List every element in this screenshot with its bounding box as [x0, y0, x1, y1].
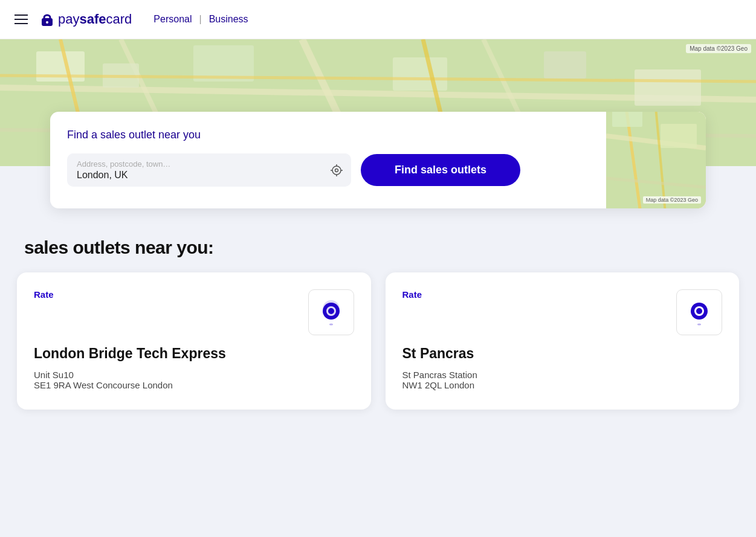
- outlet-2-address-line1: St Pancras Station: [402, 370, 723, 380]
- map-peek-attribution: Map data ©2023 Geo: [643, 196, 701, 204]
- svg-rect-2: [46, 21, 48, 24]
- outlet-card-2: Rate St Pancras St Pancras Station NW1 2…: [386, 272, 740, 410]
- main-nav: Personal | Business: [149, 14, 253, 25]
- nav-personal[interactable]: Personal: [149, 14, 196, 25]
- outlet-cards: Rate London Bridge Tech Express: [0, 272, 756, 434]
- outlet-2-address: St Pancras Station NW1 2QL London: [402, 370, 723, 390]
- card-1-icon-box: [308, 289, 354, 335]
- card-2-top: Rate: [402, 289, 723, 335]
- outlet-1-name: London Bridge Tech Express: [34, 345, 354, 362]
- location-button[interactable]: [329, 163, 344, 178]
- logo-text: paysafecard: [58, 11, 132, 27]
- svg-rect-22: [612, 112, 642, 127]
- crosshair-icon: [329, 163, 344, 178]
- card-1-rate: Rate: [34, 289, 54, 300]
- outlet-2-name: St Pancras: [402, 345, 723, 362]
- results-section: sales outlets near you:: [0, 208, 756, 272]
- svg-rect-13: [544, 51, 586, 79]
- svg-point-37: [696, 308, 702, 314]
- svg-point-34: [329, 324, 333, 326]
- card-1-top: Rate: [34, 289, 354, 335]
- svg-point-25: [332, 166, 341, 175]
- logo[interactable]: paysafecard: [39, 11, 132, 28]
- outlet-1-address: Unit Su10 SE1 9RA West Concourse London: [34, 370, 354, 390]
- svg-rect-1: [44, 15, 50, 20]
- outlet-2-address-line2: NW1 2QL London: [402, 380, 723, 390]
- search-input-container[interactable]: Address, postcode, town… London, UK: [67, 153, 351, 187]
- outlet-pin-icon-2: [686, 299, 712, 326]
- map-peek: Map data ©2023 Geo: [606, 112, 706, 208]
- find-label: Find a sales outlet near you: [67, 129, 687, 141]
- search-row: Address, postcode, town… London, UK: [67, 153, 611, 187]
- logo-icon: [39, 11, 56, 28]
- nav-business[interactable]: Business: [204, 14, 253, 25]
- search-value: London, UK: [77, 170, 322, 181]
- svg-point-26: [335, 169, 338, 172]
- svg-rect-12: [393, 57, 447, 91]
- outlet-1-address-line1: Unit Su10: [34, 370, 354, 380]
- search-placeholder: Address, postcode, town…: [77, 159, 322, 169]
- card-2-icon-box: [676, 289, 722, 335]
- search-panel: Map data ©2023 Geo Find a sales outlet n…: [50, 112, 706, 208]
- search-input-wrapper: Address, postcode, town… London, UK: [67, 153, 351, 187]
- outlet-1-address-line2: SE1 9RA West Concourse London: [34, 380, 354, 390]
- svg-point-38: [697, 324, 701, 326]
- hamburger-menu[interactable]: [15, 14, 28, 24]
- nav-divider: |: [199, 14, 201, 25]
- site-header: paysafecard Personal | Business: [0, 0, 756, 39]
- find-outlets-button[interactable]: Find sales outlets: [361, 154, 520, 186]
- map-attribution: Map data ©2023 Geo: [686, 44, 751, 53]
- outlet-card-1: Rate London Bridge Tech Express: [17, 272, 371, 410]
- outlet-pin-icon: [318, 299, 344, 326]
- svg-rect-14: [635, 69, 701, 106]
- section-title: sales outlets near you:: [24, 237, 732, 258]
- card-2-rate: Rate: [402, 289, 422, 300]
- svg-rect-23: [661, 124, 697, 148]
